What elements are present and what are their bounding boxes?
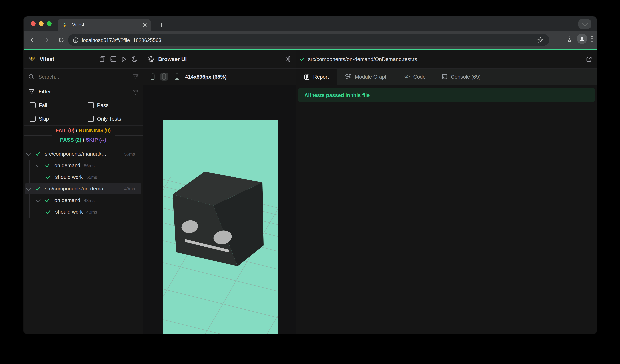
close-tab-icon[interactable]	[143, 23, 147, 27]
dark-mode-moon-icon[interactable]	[131, 56, 138, 62]
profile-avatar[interactable]	[577, 33, 587, 44]
tree-file-row[interactable]: src/components/manual/… 56ms	[24, 148, 143, 160]
code-icon: </>	[404, 74, 410, 79]
console-icon	[442, 74, 447, 79]
globe-icon	[147, 56, 154, 62]
viewport-size-label: 414x896px (68%)	[185, 74, 227, 80]
tab-code[interactable]: </> Code	[396, 69, 434, 85]
pass-check-icon	[46, 175, 51, 180]
forward-button[interactable]	[41, 34, 52, 45]
filter-checkbox-only-tests[interactable]: Only Tests	[88, 116, 121, 121]
running-count: RUNNING (0)	[79, 127, 111, 133]
pass-check-icon	[45, 198, 50, 203]
checkbox-icon[interactable]	[30, 102, 36, 108]
test-tree: src/components/manual/… 56ms on demand 5…	[24, 148, 143, 218]
report-panel: src/components/on-demand/OnDemand.test.t…	[296, 50, 597, 334]
browser-preview-panel: Browser UI 414x896px	[143, 50, 296, 334]
search-row	[24, 69, 143, 85]
report-clipboard-icon	[304, 74, 310, 80]
zoom-window-button[interactable]	[47, 21, 51, 26]
filter-panel: Filter Fail Pass	[24, 85, 143, 126]
search-input[interactable]	[38, 73, 133, 80]
minimize-window-button[interactable]	[39, 21, 44, 26]
preview-title: Browser UI	[158, 56, 187, 62]
search-icon	[28, 74, 34, 80]
new-tab-button[interactable]	[156, 20, 167, 30]
collapse-chevron-icon[interactable]	[36, 162, 41, 167]
browser-toolbar: localhost:5173/#/?file=1828625563	[24, 31, 597, 49]
screen: Vitest	[0, 0, 620, 364]
clear-filter-icon[interactable]	[133, 89, 139, 95]
tab-module-graph[interactable]: Module Graph	[337, 69, 396, 85]
open-external-icon[interactable]	[586, 56, 592, 62]
site-info-icon[interactable]	[73, 37, 79, 43]
robot-head-cube	[172, 172, 264, 266]
collapse-chevron-icon[interactable]	[26, 185, 31, 190]
device-phone-plus-button[interactable]	[160, 73, 168, 81]
preview-header: Browser UI	[143, 50, 296, 69]
explorer-title: Vitest	[40, 56, 54, 62]
clear-filter-icon[interactable]	[133, 74, 139, 80]
vitest-logo-icon	[28, 56, 36, 63]
bookmark-star-icon[interactable]	[537, 37, 544, 43]
module-graph-icon	[345, 73, 351, 80]
url-text: localhost:5173/#/?file=1828625563	[82, 37, 537, 43]
pass-check-icon	[300, 57, 305, 62]
tree-test-row[interactable]: should work 43ms	[24, 206, 143, 218]
filter-checkbox-fail[interactable]: Fail	[30, 102, 88, 108]
device-toolbar: 414x896px (68%)	[143, 69, 296, 85]
pass-check-icon	[35, 151, 40, 157]
back-button[interactable]	[27, 34, 38, 45]
pass-check-icon	[45, 163, 50, 168]
tree-test-row[interactable]: should work 55ms	[24, 171, 143, 183]
explorer-header: Vitest	[24, 50, 143, 69]
app-under-test-viewport[interactable]	[163, 120, 278, 334]
experiments-flask-icon[interactable]	[566, 35, 573, 42]
tab-title: Vitest	[72, 22, 143, 28]
tree-file-row-selected[interactable]: src/components/on-dema… 43ms	[25, 183, 141, 194]
filter-checkbox-pass[interactable]: Pass	[88, 102, 109, 108]
device-tablet-button[interactable]	[173, 73, 181, 81]
tree-suite-row[interactable]: on demand 56ms	[24, 160, 143, 171]
checkbox-icon[interactable]	[88, 102, 94, 108]
pass-check-icon	[46, 209, 51, 214]
ui-layout-icon[interactable]	[99, 56, 106, 62]
collapse-chevron-icon[interactable]	[26, 151, 31, 156]
device-small-phone-button[interactable]	[149, 73, 156, 81]
test-explorer-panel: Vitest	[24, 50, 143, 334]
collapse-chevron-icon[interactable]	[36, 197, 41, 202]
toolbar-right	[566, 33, 593, 44]
filter-title: Filter	[38, 89, 51, 95]
run-all-icon[interactable]	[121, 56, 127, 62]
checkbox-icon[interactable]	[30, 116, 36, 121]
vitest-favicon	[62, 22, 68, 28]
tab-strip: Vitest	[24, 16, 597, 31]
pass-check-icon	[35, 186, 40, 191]
run-summary: FAIL (0) / RUNNING (0) PASS (2) / SKIP (…	[24, 126, 143, 145]
traffic-lights	[31, 21, 51, 26]
fail-count: FAIL (0)	[56, 127, 75, 133]
kebab-menu-icon[interactable]	[591, 36, 593, 42]
omnibox[interactable]: localhost:5173/#/?file=1828625563	[68, 34, 549, 46]
tree-suite-row[interactable]: on demand 43ms	[24, 194, 143, 206]
tab-search-button[interactable]	[578, 19, 591, 29]
report-tab-bar: Report Module Graph </> Code	[296, 69, 597, 85]
report-file-header: src/components/on-demand/OnDemand.test.t…	[296, 50, 597, 69]
filter-checkbox-skip[interactable]: Skip	[30, 116, 88, 121]
threejs-scene	[163, 120, 278, 334]
dashboard-icon[interactable]	[110, 56, 117, 62]
pass-count: PASS (2)	[60, 137, 81, 143]
checkbox-icon[interactable]	[88, 116, 94, 121]
browser-window: Vitest	[24, 16, 597, 334]
browser-tab[interactable]: Vitest	[58, 19, 151, 31]
all-tests-passed-banner: All tests passed in this file	[298, 88, 595, 102]
close-window-button[interactable]	[31, 21, 36, 26]
skip-count: SKIP (--)	[86, 137, 106, 143]
tab-console[interactable]: Console (69)	[434, 69, 489, 85]
open-panel-icon[interactable]	[284, 56, 290, 62]
test-file-path: src/components/on-demand/OnDemand.test.t…	[308, 56, 417, 62]
vitest-ui: Vitest	[24, 49, 597, 334]
reload-button[interactable]	[56, 34, 67, 45]
tab-report[interactable]: Report	[296, 69, 337, 85]
funnel-icon	[29, 89, 34, 94]
